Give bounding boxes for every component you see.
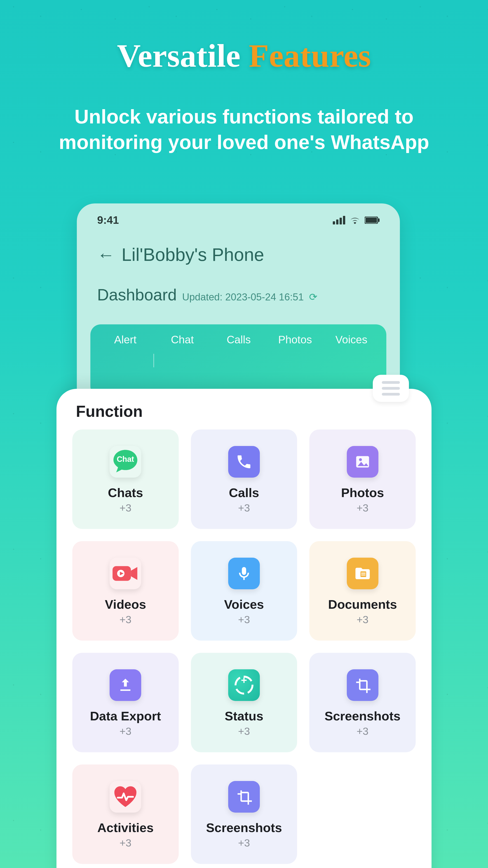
phone-icon xyxy=(228,446,260,477)
refresh-icon[interactable]: ⟳ xyxy=(309,291,318,303)
export-share-icon xyxy=(109,669,141,701)
crop-screenshot-icon xyxy=(228,781,260,813)
svg-rect-1 xyxy=(365,217,377,223)
battery-icon xyxy=(365,217,380,224)
tile-count: +3 xyxy=(120,837,131,849)
status-bar: 9:41 xyxy=(77,204,400,228)
video-camera-icon xyxy=(109,558,141,589)
tile-data-export[interactable]: Data Export +3 xyxy=(72,653,179,752)
tile-count: +3 xyxy=(238,837,250,849)
dashboard-updated-text: Updated: 2023-05-24 16:51 xyxy=(182,291,304,303)
metrics-card: Alert Chat Calls Photos Voices xyxy=(90,324,386,397)
headline-word-1: Versatile xyxy=(117,37,240,74)
svg-point-5 xyxy=(359,458,362,461)
device-title: Lil'Bobby's Phone xyxy=(122,244,264,265)
dashboard-title: Dashboard xyxy=(97,285,177,304)
sheet-title: Function xyxy=(76,402,416,421)
tile-label: Screenshots xyxy=(206,820,282,835)
tile-calls[interactable]: Calls +3 xyxy=(191,430,297,529)
svg-text:+: + xyxy=(241,674,247,686)
headline: Versatile Features xyxy=(0,38,488,73)
tile-label: Chats xyxy=(108,485,143,500)
tile-count: +3 xyxy=(120,614,131,626)
svg-rect-2 xyxy=(378,218,380,222)
tile-count: +3 xyxy=(238,502,250,514)
tile-count: +3 xyxy=(357,502,368,514)
tile-label: Photos xyxy=(341,485,384,500)
tile-screenshots-2[interactable]: Screenshots +3 xyxy=(191,765,297,864)
tile-count: +3 xyxy=(238,725,250,737)
metric-calls[interactable]: Calls xyxy=(210,333,267,388)
tile-voices[interactable]: Voices +3 xyxy=(191,541,297,641)
tile-label: Documents xyxy=(328,597,397,612)
headline-word-2: Features xyxy=(249,37,371,74)
tile-label: Calls xyxy=(229,485,259,500)
function-grid: Chat Chats +3 Calls +3 Photos +3 xyxy=(72,430,416,864)
sheet-drag-handle-icon[interactable] xyxy=(373,375,409,402)
status-ring-icon: + xyxy=(228,669,260,701)
metric-alert[interactable]: Alert xyxy=(97,333,153,388)
tile-documents[interactable]: Documents +3 xyxy=(309,541,416,641)
chat-bubble-icon: Chat xyxy=(109,446,141,477)
heart-activity-icon xyxy=(109,781,141,813)
tile-count: +3 xyxy=(357,725,368,737)
subheadline: Unlock various functions tailored to mon… xyxy=(0,104,488,155)
tile-count: +3 xyxy=(357,614,368,626)
metric-voices[interactable]: Voices xyxy=(323,333,380,388)
wifi-icon xyxy=(350,216,360,224)
tile-videos[interactable]: Videos +3 xyxy=(72,541,179,641)
function-sheet: Function Chat Chats +3 Calls +3 xyxy=(57,389,431,868)
svg-text:Chat: Chat xyxy=(117,455,134,463)
crop-screenshot-icon xyxy=(347,669,379,701)
svg-rect-8 xyxy=(360,571,366,577)
tile-photos[interactable]: Photos +3 xyxy=(309,430,416,529)
tile-label: Activities xyxy=(97,820,154,835)
tile-label: Voices xyxy=(224,597,264,612)
tile-label: Screenshots xyxy=(325,709,400,723)
dashboard-header: Dashboard Updated: 2023-05-24 16:51 ⟳ xyxy=(77,272,400,311)
metric-chat[interactable]: Chat xyxy=(154,333,210,388)
tile-screenshots[interactable]: Screenshots +3 xyxy=(309,653,416,752)
photo-icon xyxy=(347,446,379,477)
microphone-icon xyxy=(228,558,260,589)
cellular-signal-icon xyxy=(333,216,345,224)
svg-rect-9 xyxy=(361,572,365,574)
metric-photos[interactable]: Photos xyxy=(267,333,323,388)
tile-count: +3 xyxy=(120,725,131,737)
tile-label: Data Export xyxy=(90,709,161,723)
tile-chats[interactable]: Chat Chats +3 xyxy=(72,430,179,529)
svg-rect-10 xyxy=(361,575,365,575)
tile-label: Videos xyxy=(105,597,146,612)
status-icons xyxy=(333,216,380,224)
tile-activities[interactable]: Activities +3 xyxy=(72,765,179,864)
tile-count: +3 xyxy=(120,502,131,514)
title-bar: ← Lil'Bobby's Phone xyxy=(77,228,400,272)
tile-status[interactable]: + Status +3 xyxy=(191,653,297,752)
back-arrow-icon[interactable]: ← xyxy=(97,245,115,265)
status-time: 9:41 xyxy=(97,214,119,226)
folder-document-icon xyxy=(347,558,379,589)
tile-count: +3 xyxy=(238,614,250,626)
tile-label: Status xyxy=(225,709,263,723)
